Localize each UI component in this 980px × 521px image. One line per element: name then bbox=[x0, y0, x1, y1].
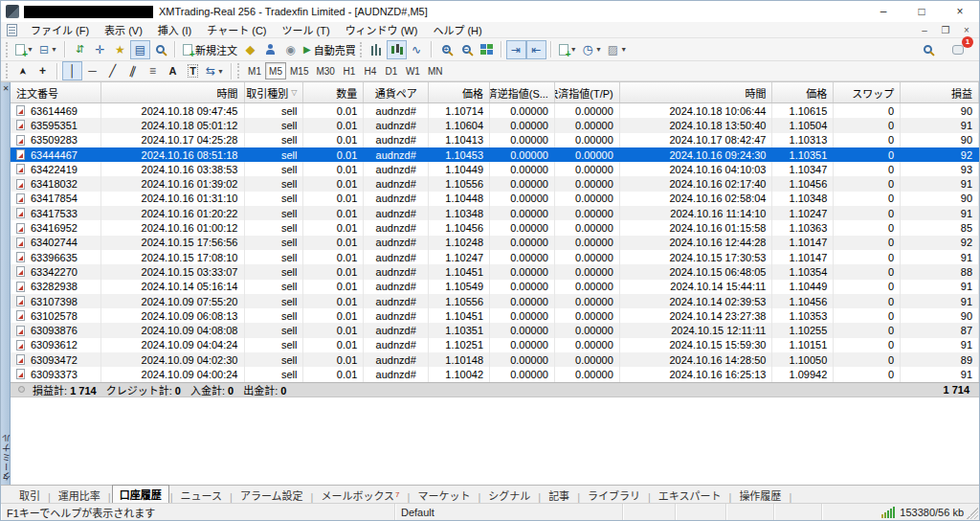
tab-signals[interactable]: シグナル bbox=[481, 487, 537, 503]
terminal-close-icon[interactable]: ✕ bbox=[1, 84, 11, 93]
tab-market[interactable]: マーケット bbox=[411, 487, 477, 503]
status-connection[interactable]: 153380/56 kb bbox=[822, 504, 979, 520]
navigator-button[interactable]: ★ bbox=[110, 40, 130, 59]
metaeditor-icon[interactable]: ◆ bbox=[240, 40, 260, 59]
status-profile[interactable]: Default bbox=[395, 504, 623, 520]
table-row[interactable]: 631025782024.10.09 06:08:13sell0.01audnz… bbox=[11, 308, 979, 323]
cursor-tool[interactable]: ➤ bbox=[12, 61, 33, 80]
timeframe-m1[interactable]: M1 bbox=[244, 62, 265, 79]
tab-news[interactable]: ニュース bbox=[174, 487, 229, 503]
toolbar-grip[interactable] bbox=[6, 42, 9, 57]
mdi-close-button[interactable]: × bbox=[960, 25, 973, 35]
profiles-button[interactable]: ⊟▼ bbox=[36, 40, 60, 59]
table-row[interactable]: 636144692024.10.18 09:47:45sell0.01audnz… bbox=[11, 103, 979, 118]
label-tool[interactable]: T bbox=[183, 61, 203, 80]
table-row[interactable]: 630933732024.10.09 04:00:24sell0.01audnz… bbox=[11, 367, 979, 381]
chart-shift-button[interactable]: ⇤ bbox=[526, 40, 546, 59]
column-header-close-time[interactable]: 時間 bbox=[620, 82, 773, 102]
terminal-button[interactable]: ▤ bbox=[130, 40, 150, 59]
column-header-profit[interactable]: 損益 bbox=[901, 82, 979, 102]
timeframe-d1[interactable]: D1 bbox=[381, 62, 402, 79]
toolbar-grip[interactable] bbox=[360, 42, 363, 57]
tab-account-history[interactable]: 口座履歴 bbox=[112, 485, 169, 503]
tab-mailbox[interactable]: メールボックス7 bbox=[314, 487, 406, 503]
tab-articles[interactable]: 記事 bbox=[542, 487, 576, 503]
table-row[interactable]: 630936122024.10.09 04:04:24sell0.01audnz… bbox=[11, 338, 979, 352]
zoom-in-button[interactable]: + bbox=[436, 40, 457, 59]
table-row[interactable]: 635092832024.10.17 04:25:28sell0.01audnz… bbox=[11, 133, 979, 147]
trendline-tool[interactable]: ╱ bbox=[102, 61, 122, 80]
table-row[interactable]: 634169522024.10.16 01:00:12sell0.01audnz… bbox=[11, 220, 979, 235]
table-row[interactable]: 634180322024.10.16 01:39:02sell0.01audnz… bbox=[11, 176, 979, 191]
toolbar-grip[interactable] bbox=[237, 63, 240, 79]
indicators-button[interactable]: +▼ bbox=[556, 40, 580, 59]
timeframe-h4[interactable]: H4 bbox=[360, 62, 381, 79]
column-header-take-profit[interactable]: 決済指値(T/P) bbox=[555, 82, 620, 102]
menu-item-view[interactable]: 表示 (V) bbox=[97, 21, 150, 38]
column-header-open-time[interactable]: 時間 bbox=[101, 82, 245, 102]
table-row[interactable]: 630934722024.10.09 04:02:30sell0.01audnz… bbox=[11, 352, 979, 367]
table-row[interactable]: 634224192024.10.16 03:38:53sell0.01audnz… bbox=[11, 162, 979, 176]
maximize-button[interactable]: □ bbox=[902, 1, 941, 22]
menu-item-insert[interactable]: 挿入 (I) bbox=[150, 21, 199, 38]
zoom-out-button[interactable]: − bbox=[457, 40, 477, 59]
menu-item-chart[interactable]: チャート (C) bbox=[199, 21, 274, 38]
timeframe-m30[interactable]: M30 bbox=[312, 62, 338, 79]
minimize-button[interactable]: – bbox=[864, 1, 902, 22]
timeframe-m15[interactable]: M15 bbox=[286, 62, 312, 79]
mql5-community-icon[interactable] bbox=[260, 40, 280, 59]
menu-item-file[interactable]: ファイル (F) bbox=[23, 21, 97, 38]
search-icon[interactable] bbox=[918, 40, 938, 59]
timeframe-w1[interactable]: W1 bbox=[402, 62, 424, 79]
menu-item-help[interactable]: ヘルプ (H) bbox=[425, 21, 489, 38]
tab-journal[interactable]: 操作履歴 bbox=[732, 487, 788, 503]
close-button[interactable]: × bbox=[941, 1, 979, 22]
table-row[interactable]: 634444672024.10.16 08:51:18sell0.01audnz… bbox=[11, 147, 979, 162]
resize-grip[interactable] bbox=[967, 508, 978, 519]
mdi-minimize-button[interactable]: – bbox=[918, 25, 931, 35]
terminal-caption-bar[interactable]: ✕ ターミナル bbox=[1, 82, 11, 485]
table-row[interactable]: 630938762024.10.09 04:08:08sell0.01audnz… bbox=[11, 323, 979, 337]
table-row[interactable]: 634175332024.10.16 01:20:22sell0.01audnz… bbox=[11, 206, 979, 220]
arrows-tool[interactable]: ⇆▼ bbox=[203, 61, 227, 80]
tab-trade[interactable]: 取引 bbox=[12, 487, 47, 503]
fibonacci-tool[interactable]: ≡ bbox=[143, 61, 163, 80]
notification-icon[interactable]: 1 bbox=[947, 40, 968, 59]
menu-item-tools[interactable]: ツール (T) bbox=[275, 21, 338, 38]
templates-button[interactable]: ▨▼ bbox=[605, 40, 630, 59]
column-header-volume[interactable]: 数量 bbox=[303, 82, 364, 102]
table-row[interactable]: 631073982024.10.09 07:55:20sell0.01audnz… bbox=[11, 294, 979, 308]
timeframe-mn[interactable]: MN bbox=[424, 62, 447, 79]
channel-tool[interactable]: ∥ bbox=[122, 61, 143, 80]
tab-alerts[interactable]: アラーム設定 bbox=[234, 487, 310, 503]
new-chart-button[interactable]: +▼ bbox=[12, 40, 36, 59]
column-header-open-price[interactable]: 価格 bbox=[429, 82, 490, 102]
text-tool[interactable]: A bbox=[163, 61, 183, 80]
periods-button[interactable]: ◷▼ bbox=[580, 40, 605, 59]
timeframe-h1[interactable]: H1 bbox=[339, 62, 360, 79]
tab-experts[interactable]: エキスパート bbox=[652, 487, 728, 503]
column-header-close-price[interactable]: 価格 bbox=[772, 82, 834, 102]
crosshair-tool[interactable]: + bbox=[33, 61, 53, 80]
table-row[interactable]: 635953512024.10.18 05:01:12sell0.01audnz… bbox=[11, 118, 979, 132]
table-row[interactable]: 633966352024.10.15 17:08:10sell0.01audnz… bbox=[11, 250, 979, 264]
toolbar-grip[interactable] bbox=[6, 63, 9, 79]
market-watch-button[interactable]: ⇵ bbox=[70, 40, 90, 59]
table-row[interactable]: 634027442024.10.15 17:56:56sell0.01audnz… bbox=[11, 236, 979, 250]
menu-item-window[interactable]: ウィンドウ (W) bbox=[338, 21, 426, 38]
column-header-swap[interactable]: スワップ bbox=[834, 82, 901, 102]
vertical-line-tool[interactable]: │ bbox=[62, 61, 82, 80]
column-header-type[interactable]: 取引種別▽ bbox=[245, 82, 304, 102]
bar-chart-button[interactable] bbox=[367, 40, 387, 59]
table-row[interactable]: 633422702024.10.15 03:33:07sell0.01audnz… bbox=[11, 264, 979, 279]
column-header-pair[interactable]: 通貨ペア bbox=[364, 82, 429, 102]
column-header-stop-loss[interactable]: 決済逆指値(S... bbox=[490, 82, 555, 102]
horizontal-line-tool[interactable]: ─ bbox=[82, 61, 102, 80]
column-header-order[interactable]: 注文番号 bbox=[11, 82, 101, 102]
table-row[interactable]: 634178542024.10.16 01:31:10sell0.01audnz… bbox=[11, 192, 979, 206]
tile-windows-button[interactable] bbox=[477, 40, 497, 59]
auto-scroll-button[interactable]: ⇥ bbox=[506, 40, 526, 59]
candlestick-chart-button[interactable] bbox=[387, 40, 407, 59]
speaker-icon[interactable]: ◉ bbox=[280, 40, 301, 59]
auto-trading-button[interactable]: ▶自動売買 bbox=[301, 40, 359, 59]
